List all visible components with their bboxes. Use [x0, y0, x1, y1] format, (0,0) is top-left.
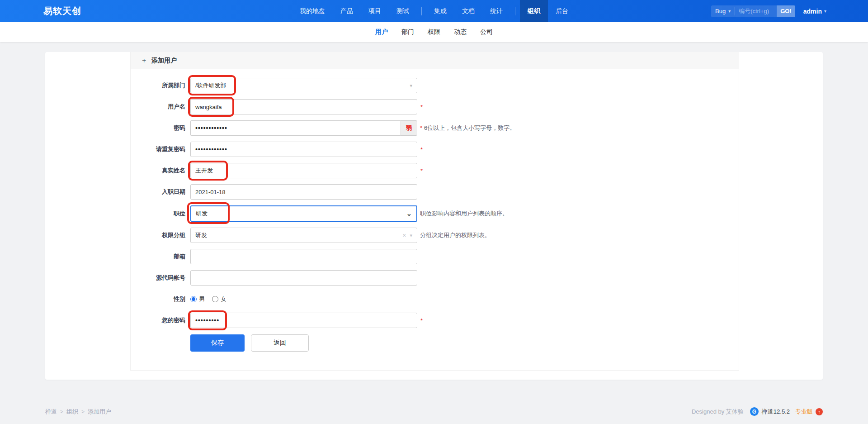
- join-date-label: 入职日期: [131, 188, 190, 196]
- verify-password-label: 您的密码: [131, 316, 190, 324]
- form-row-realname: 真实姓名 *: [131, 163, 739, 178]
- nav-item-doc[interactable]: 文档: [454, 0, 482, 22]
- breadcrumb-home[interactable]: 禅道: [45, 408, 57, 416]
- main-content: ＋ 添加用户 所属部门 /软件研发部 ▾: [0, 42, 868, 402]
- gender-female-label: 女: [221, 295, 226, 303]
- tab-user[interactable]: 用户: [375, 28, 388, 36]
- group-picker[interactable]: 研发 × ▾: [190, 228, 417, 243]
- group-hint: 分组决定用户的权限列表。: [420, 231, 491, 239]
- upgrade-icon[interactable]: ↑: [816, 408, 823, 415]
- dept-select[interactable]: /软件研发部 ▾: [190, 78, 417, 93]
- realname-label: 真实姓名: [131, 167, 190, 175]
- password2-input[interactable]: [190, 142, 417, 157]
- search-category-dropdown[interactable]: Bug ▾: [711, 5, 735, 17]
- nav-item-admin[interactable]: 后台: [548, 0, 576, 22]
- navbar-right: Bug ▾ GO! admin ▾: [711, 5, 826, 17]
- form-row-dept: 所属部门 /软件研发部 ▾: [131, 78, 739, 93]
- search-input[interactable]: [735, 5, 777, 17]
- form-row-gender: 性别 男 女: [131, 291, 739, 307]
- password-control: 弱: [190, 120, 417, 136]
- clear-icon[interactable]: ×: [402, 232, 406, 239]
- nav-item-product[interactable]: 产品: [333, 0, 361, 22]
- group-value: 研发: [195, 231, 402, 239]
- form-buttons-row: 保存 返回: [131, 334, 739, 352]
- commiter-control: [190, 270, 417, 286]
- email-control: [190, 249, 417, 264]
- join-date-control: [190, 184, 417, 200]
- add-user-form: 所属部门 /软件研发部 ▾ 用户名: [131, 69, 739, 370]
- nav-item-project[interactable]: 项目: [361, 0, 389, 22]
- content-card: ＋ 添加用户 所属部门 /软件研发部 ▾: [45, 52, 823, 380]
- required-mark: *: [420, 317, 423, 324]
- version-text[interactable]: 禅道12.5.2: [762, 408, 790, 416]
- search-category-label: Bug: [715, 8, 726, 14]
- footer-credits: Designed by 艾体验 G 禅道12.5.2 专业版 ↑: [692, 407, 823, 416]
- role-hint: 职位影响内容和用户列表的顺序。: [420, 210, 508, 218]
- user-menu[interactable]: admin ▾: [803, 8, 826, 15]
- account-input[interactable]: [190, 99, 417, 114]
- caret-down-icon: ▾: [410, 233, 412, 238]
- tab-dynamic[interactable]: 动态: [454, 28, 467, 36]
- verify-password-input[interactable]: [190, 313, 417, 328]
- zentao-logo-icon: G: [750, 407, 759, 416]
- password-input-group: 弱: [190, 120, 417, 136]
- gender-female-option[interactable]: 女: [212, 295, 226, 303]
- email-input[interactable]: [190, 249, 417, 264]
- required-mark: *: [420, 146, 423, 153]
- nav-divider: [421, 7, 422, 15]
- gender-radio-group: 男 女: [190, 295, 234, 303]
- chevron-down-icon: ⌄: [406, 211, 412, 216]
- nav-item-report[interactable]: 统计: [482, 0, 510, 22]
- nav-item-organization[interactable]: 组织: [520, 0, 548, 22]
- breadcrumb-organization[interactable]: 组织: [66, 408, 78, 416]
- commiter-label: 源代码帐号: [131, 274, 190, 282]
- form-row-join-date: 入职日期: [131, 184, 739, 200]
- realname-control: [190, 163, 417, 178]
- nav-item-my[interactable]: 我的地盘: [292, 0, 333, 22]
- nav-item-integration[interactable]: 集成: [426, 0, 454, 22]
- edition-link[interactable]: 专业版: [795, 408, 813, 416]
- form-row-group: 权限分组 研发 × ▾ 分组决定用户的权限列表。: [131, 228, 739, 243]
- picker-icons: × ▾: [402, 232, 412, 239]
- password-input[interactable]: [190, 120, 401, 136]
- user-name: admin: [803, 8, 822, 15]
- designed-by-text: Designed by 艾体验: [692, 408, 744, 416]
- global-search: Bug ▾ GO!: [711, 5, 795, 17]
- back-button[interactable]: 返回: [251, 334, 309, 352]
- gender-male-radio[interactable]: [190, 296, 197, 302]
- password-strength-badge: 弱: [401, 120, 417, 136]
- commiter-input[interactable]: [190, 270, 417, 286]
- role-control: 研发 ⌄: [190, 205, 417, 222]
- required-mark: *: [420, 167, 423, 174]
- nav-item-qa[interactable]: 测试: [389, 0, 417, 22]
- dept-label: 所属部门: [131, 81, 190, 90]
- save-button[interactable]: 保存: [190, 334, 245, 352]
- breadcrumb-current: 添加用户: [88, 408, 111, 416]
- role-select[interactable]: 研发 ⌄: [190, 205, 417, 222]
- search-go-button[interactable]: GO!: [777, 5, 795, 17]
- breadcrumb-separator: >: [60, 409, 63, 415]
- email-label: 邮箱: [131, 252, 190, 261]
- breadcrumb: 禅道 > 组织 > 添加用户: [45, 408, 111, 416]
- gender-female-radio[interactable]: [212, 296, 218, 302]
- role-value: 研发: [196, 210, 406, 218]
- gender-male-option[interactable]: 男: [190, 295, 205, 303]
- tab-privilege[interactable]: 权限: [428, 28, 440, 36]
- required-mark: *: [420, 124, 422, 131]
- top-navbar: 易软天创 我的地盘 产品 项目 测试 集成 文档 统计 组织 后台 Bug ▾ …: [0, 0, 868, 22]
- app-logo[interactable]: 易软天创: [43, 5, 81, 17]
- plus-icon: ＋: [141, 56, 147, 65]
- password-label: 密码: [131, 124, 190, 132]
- group-control: 研发 × ▾: [190, 228, 417, 243]
- form-row-role: 职位 研发 ⌄ 职位影响内容和用户列表的顺序。: [131, 205, 739, 222]
- gender-label: 性别: [131, 295, 190, 303]
- realname-input[interactable]: [190, 163, 417, 178]
- verify-password-control: [190, 313, 417, 328]
- account-control: [190, 99, 417, 114]
- nav-divider: [515, 7, 515, 15]
- panel-header: ＋ 添加用户: [131, 52, 739, 69]
- password2-label: 请重复密码: [131, 145, 190, 153]
- tab-dept[interactable]: 部门: [401, 28, 414, 36]
- join-date-input[interactable]: [190, 184, 417, 200]
- tab-company[interactable]: 公司: [480, 28, 493, 36]
